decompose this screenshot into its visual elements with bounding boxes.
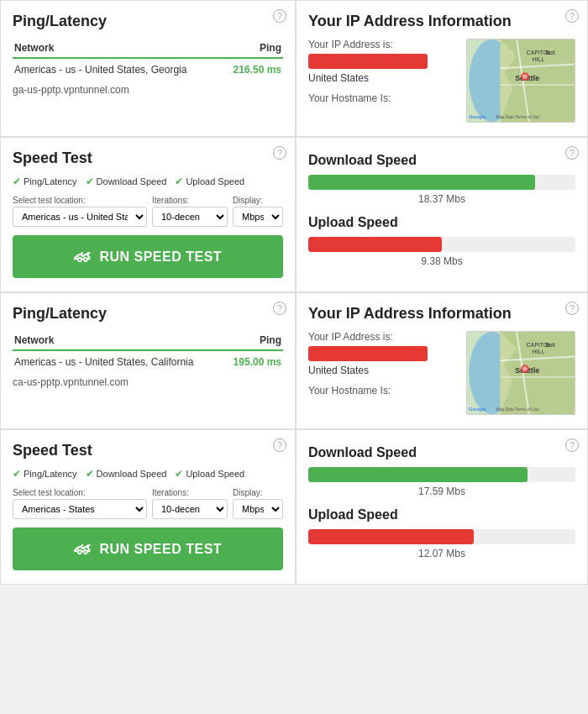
ip-info: Your IP Address is: ████████████ United … (308, 39, 459, 123)
svg-text:Google: Google (469, 114, 486, 119)
speeds-card-2: ? Download Speed 18.37 Mbs Upload Speed … (296, 137, 588, 292)
checkbox-label[interactable]: ✔ Ping/Latency (13, 468, 77, 480)
ping-card-title: Ping/Latency (13, 305, 283, 323)
ping-table: Network Ping Americas - us - United Stat… (13, 331, 283, 370)
display-select[interactable]: Mbps (233, 207, 283, 227)
run-speed-test-button[interactable]: 🏎 RUN SPEED TEST (13, 235, 283, 278)
speed-card-title: Speed Test (13, 442, 283, 459)
upload-bar-fill (308, 529, 474, 544)
iterations-group: Iterations: 10-decen (152, 196, 228, 227)
download-bar-fill (308, 175, 535, 190)
ip-address: ████████████ (308, 54, 428, 69)
upload-value: 12.07 Mbs (308, 548, 575, 559)
col-network: Network (13, 331, 223, 350)
svg-text:Bell: Bell (545, 50, 555, 55)
speedometer-icon: 🏎 (74, 247, 92, 266)
form-row: Select test location: Americas - us - Un… (13, 196, 283, 227)
checkbox-label[interactable]: ✔ Upload Speed (175, 468, 244, 480)
display-label: Display: (233, 488, 283, 497)
svg-text:Map Data  Terms of Use: Map Data Terms of Use (496, 407, 540, 412)
checkbox-label[interactable]: ✔ Upload Speed (175, 176, 244, 187)
checkbox-label[interactable]: ✔ Download Speed (86, 468, 167, 480)
ping-value: 216.50 ms (222, 58, 283, 77)
ip-card-title: Your IP Address Information (308, 305, 575, 323)
ip-label: Your IP Address is: (308, 331, 459, 343)
checkbox-label[interactable]: ✔ Ping/Latency (13, 176, 77, 187)
display-group: Display: Mbps (233, 488, 283, 519)
svg-text:Bell: Bell (545, 342, 555, 348)
hostname: ga-us-pptp.vpntunnel.com (13, 84, 283, 96)
info-icon[interactable]: ? (273, 438, 286, 452)
svg-text:HILL: HILL (533, 56, 545, 62)
iterations-select[interactable]: 10-decen (152, 499, 228, 519)
speed-card-4: ? Speed Test ✔ Ping/Latency ✔ Download S… (0, 429, 296, 585)
ip-address: ████████████ (308, 346, 428, 361)
upload-bar-container (308, 529, 575, 544)
hostname-label: Your Hostname Is: (308, 385, 459, 396)
ip-label: Your IP Address is: (308, 39, 459, 50)
run-btn-label: RUN SPEED TEST (99, 249, 222, 265)
ip-country: United States (308, 72, 459, 84)
upload-label: Upload Speed (308, 507, 575, 522)
download-bar-container (308, 467, 575, 482)
svg-text:HILL: HILL (533, 349, 545, 354)
col-network: Network (13, 39, 222, 58)
network-value: Americas - us - United States, Californi… (13, 350, 223, 370)
location-group: Select test location: Americas - States (13, 488, 147, 519)
ping-value: 195.00 ms (223, 350, 283, 370)
info-icon[interactable]: ? (273, 146, 286, 160)
ip-card-content: Your IP Address is: ████████████ United … (308, 39, 575, 123)
ip-card-title: Your IP Address Information (308, 13, 575, 30)
speedometer-icon: 🏎 (74, 539, 92, 559)
checkbox-text: Upload Speed (186, 469, 244, 479)
svg-text:Map Data  Terms of Use: Map Data Terms of Use (496, 115, 540, 119)
ping-card-1: ? Ping/Latency Network Ping Americas - u… (0, 0, 296, 137)
svg-point-29 (522, 366, 528, 371)
speeds-card-4: ? Download Speed 17.59 Mbs Upload Speed … (296, 429, 588, 585)
check-icon: ✔ (86, 468, 94, 480)
checkbox-label[interactable]: ✔ Download Speed (86, 176, 167, 187)
display-group: Display: Mbps (233, 196, 283, 227)
check-icon: ✔ (175, 176, 183, 187)
download-value: 17.59 Mbs (308, 486, 575, 497)
upload-bar-container (308, 237, 575, 252)
checkbox-text: Ping/Latency (24, 469, 77, 479)
svg-text:Google: Google (469, 407, 486, 412)
ip-card-1: ? Your IP Address Information Your IP Ad… (296, 0, 588, 137)
location-group: Select test location: Americas - us - Un… (13, 196, 147, 227)
iterations-group: Iterations: 10-decen (152, 488, 228, 519)
ping-table: Network Ping Americas - us - United Stat… (13, 39, 283, 77)
info-icon[interactable]: ? (273, 302, 286, 315)
info-icon[interactable]: ? (565, 146, 579, 160)
iterations-select[interactable]: 10-decen (152, 207, 228, 227)
info-icon[interactable]: ? (565, 438, 579, 452)
info-icon[interactable]: ? (565, 9, 579, 23)
location-select[interactable]: Americas - us - United States, ( (13, 207, 147, 227)
ping-card-title: Ping/Latency (13, 13, 283, 30)
download-label: Download Speed (308, 445, 575, 460)
checkboxes: ✔ Ping/Latency ✔ Download Speed ✔ Upload… (13, 468, 283, 480)
display-select[interactable]: Mbps (233, 499, 283, 519)
upload-value: 9.38 Mbs (308, 255, 575, 267)
upload-bar-fill (308, 237, 442, 252)
svg-point-13 (522, 74, 528, 79)
ip-country: United States (308, 365, 459, 376)
map-container: CAPITOL HILL Seattle Bell Google Map Dat… (466, 331, 575, 415)
ping-card-3: ? Ping/Latency Network Ping Americas - u… (0, 292, 296, 429)
checkbox-text: Download Speed (97, 469, 167, 479)
run-speed-test-button[interactable]: 🏎 RUN SPEED TEST (13, 528, 283, 570)
info-icon[interactable]: ? (565, 302, 579, 315)
ping-row: Americas - us - United States, Georgia 2… (13, 58, 283, 77)
location-select[interactable]: Americas - States (13, 499, 147, 519)
run-btn-label: RUN SPEED TEST (99, 542, 222, 557)
checkboxes: ✔ Ping/Latency ✔ Download Speed ✔ Upload… (13, 176, 283, 187)
hostname-label: Your Hostname Is: (308, 92, 459, 104)
check-icon: ✔ (13, 468, 21, 480)
iterations-label: Iterations: (152, 196, 228, 205)
hostname: ca-us-pptp.vpntunnel.com (13, 376, 283, 388)
speed-card-title: Speed Test (13, 150, 283, 167)
network-value: Americas - us - United States, Georgia (13, 58, 222, 77)
info-icon[interactable]: ? (273, 9, 286, 23)
ping-row: Americas - us - United States, Californi… (13, 350, 283, 370)
ip-card-content: Your IP Address is: ████████████ United … (308, 331, 575, 415)
